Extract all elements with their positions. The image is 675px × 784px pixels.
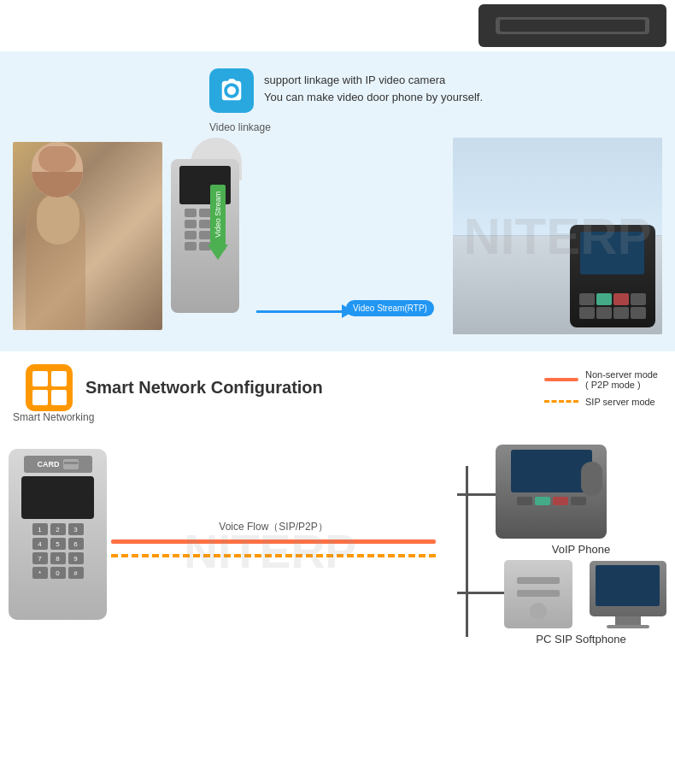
- flow-line-dashed: [111, 554, 436, 557]
- monitor-stand: [615, 616, 641, 625]
- intercom-small-device: CARD 1 2 3 4 5 6 7 8 9: [9, 449, 107, 620]
- legend-dashed-label: SIP server mode: [585, 397, 655, 407]
- key-7: [185, 231, 197, 239]
- key-s-8: 8: [50, 552, 66, 564]
- video-section: support linkage with IP video camera You…: [0, 51, 675, 351]
- diagram-area: Video Stream: [13, 138, 662, 334]
- office-interior: NITERP: [453, 138, 662, 334]
- pc-area: PC SIP Softphone: [496, 560, 666, 645]
- svg-rect-1: [500, 20, 645, 32]
- intercom-device: [171, 159, 239, 313]
- voip-phone-screen: [511, 450, 592, 492]
- grid-cell-3: [32, 390, 48, 405]
- smart-title: Smart Network Configuration: [85, 378, 323, 398]
- legend-solid-label: Non-server mode: [585, 369, 658, 380]
- grid-icon: [32, 371, 67, 405]
- key-s-star: *: [32, 567, 48, 579]
- header-line2: You can make video door phone by yoursel…: [264, 89, 483, 106]
- video-header-text: support linkage with IP video camera You…: [264, 68, 483, 105]
- key-s-9: 9: [68, 552, 84, 564]
- legend-dashed: SIP server mode: [544, 397, 658, 407]
- grid-cell-2: [51, 371, 67, 386]
- key-s-3: 3: [68, 523, 84, 535]
- arrow-down-icon: [208, 245, 228, 260]
- voice-flow-container: Voice Flow（SIP/P2P）: [111, 513, 436, 564]
- key-4: [185, 220, 197, 228]
- pc-drive: [517, 577, 560, 584]
- legend-solid: Non-server mode ( P2P mode ): [544, 369, 658, 390]
- smart-header: Smart Network Configuration: [13, 364, 336, 411]
- vs-label: Video Stream: [210, 185, 226, 245]
- smart-networking-label: Smart Networking: [0, 411, 675, 423]
- top-device: [478, 4, 666, 47]
- rtp-arrow-line: [256, 310, 342, 313]
- key-s-7: 7: [32, 552, 48, 564]
- legend: Non-server mode ( P2P mode ) SIP server …: [544, 369, 662, 407]
- video-linkage-label: Video linkage: [209, 121, 662, 133]
- person-photo: [13, 142, 162, 330]
- top-section: [0, 0, 675, 51]
- smart-section-wrapper: Smart Network Configuration Non-server m…: [0, 351, 675, 671]
- legend-dashed-line: [544, 400, 578, 403]
- key-star: [185, 242, 197, 251]
- smart-section: Smart Network Configuration Non-server m…: [0, 351, 675, 671]
- vertical-line: [466, 466, 468, 637]
- grid-cell-4: [51, 390, 67, 405]
- pc-tower: [504, 560, 572, 628]
- camera-icon-box: [209, 68, 254, 113]
- legend-solid-line: [544, 378, 578, 381]
- key-s-hash: #: [68, 567, 84, 579]
- flow-line-solid: [111, 539, 436, 544]
- card-icon: [63, 459, 79, 469]
- key-1: [185, 209, 197, 217]
- pc-label: PC SIP Softphone: [496, 633, 666, 645]
- legend-solid-text: Non-server mode ( P2P mode ): [585, 369, 658, 390]
- video-header: support linkage with IP video camera You…: [209, 68, 662, 113]
- key-s-4: 4: [32, 538, 48, 550]
- voip-phone-area: VoIP Phone: [496, 445, 666, 556]
- voice-flow-label: Voice Flow（SIP/P2P）: [219, 520, 327, 534]
- camera-icon: [219, 78, 244, 103]
- key-s-1: 1: [32, 523, 48, 535]
- office-photo: NITERP: [453, 138, 662, 334]
- intercom-top-bar: CARD: [24, 456, 92, 473]
- intercom-mid-screen: [21, 476, 94, 519]
- header-line1: support linkage with IP video camera: [264, 72, 483, 89]
- key-s-0: 0: [50, 567, 66, 579]
- svg-rect-3: [64, 462, 78, 464]
- smart-diagram: CARD 1 2 3 4 5 6 7 8 9: [0, 432, 675, 671]
- grid-cell-1: [32, 371, 48, 386]
- rtp-label: Video Stream(RTP): [346, 300, 434, 316]
- voip-label: VoIP Phone: [496, 543, 666, 556]
- rtp-arrow-container: [256, 304, 354, 318]
- grid-icon-box: [26, 364, 73, 411]
- monitor: [590, 561, 666, 616]
- monitor-screen: [596, 565, 660, 606]
- video-stream-arrow: Video Stream: [208, 185, 228, 260]
- key-s-6: 6: [68, 538, 84, 550]
- voip-phone-body: [496, 445, 607, 539]
- key-s-2: 2: [50, 523, 66, 535]
- legend-solid-sub: ( P2P mode ): [585, 380, 658, 390]
- intercom-keypad-small: 1 2 3 4 5 6 7 8 9 * 0 #: [32, 523, 84, 579]
- key-s-5: 5: [50, 538, 66, 550]
